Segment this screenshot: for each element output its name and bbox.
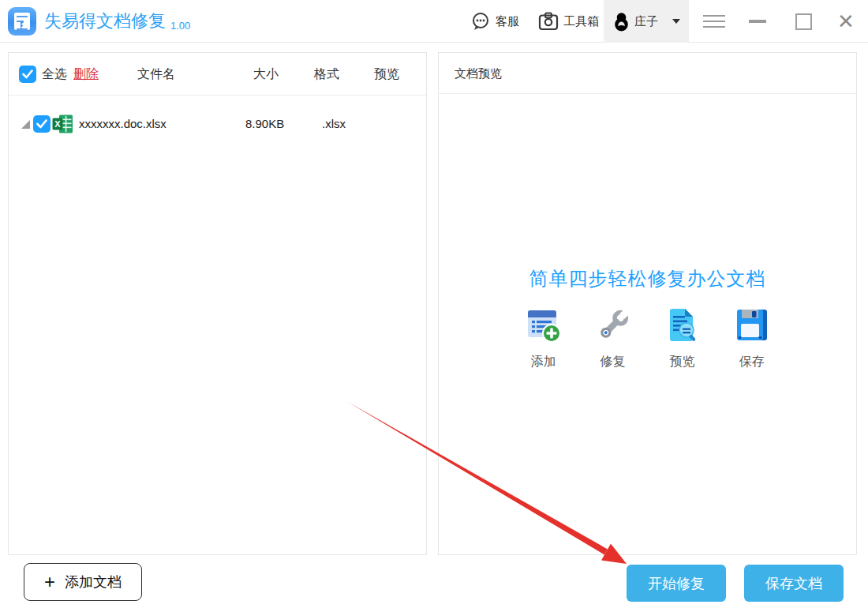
app-brand: 失易得文档修复 1.00 [8,7,190,36]
step-add-label: 添加 [531,354,556,370]
select-all-label[interactable]: 全选 [42,53,67,96]
start-repair-button[interactable]: 开始修复 [627,565,726,602]
file-size: 8.90KB [245,102,284,146]
excel-file-icon: X [52,115,73,133]
file-list-header: 全选 删除 文件名 大小 格式 预览 [9,53,426,96]
document-preview-panel: 文档预览 简单四步轻松修复办公文档 添加 [438,52,857,555]
minimize-button[interactable] [745,0,770,43]
step-preview-label: 预览 [670,354,695,370]
svg-text:X: X [54,119,61,129]
step-add: 添加 [522,307,566,370]
chat-bubble-icon [471,12,491,31]
preview-panel-title: 文档预览 [439,53,856,94]
delete-link[interactable]: 删除 [73,53,99,96]
save-floppy-icon [734,307,770,344]
app-version: 1.00 [170,17,190,36]
add-document-button[interactable]: + 添加文档 [24,563,142,601]
repair-wrench-icon [595,307,631,344]
column-header-size: 大小 [253,53,279,96]
save-document-button[interactable]: 保存文档 [744,565,844,602]
steps-row: 添加 修复 [439,307,856,370]
maximize-button[interactable] [791,0,816,43]
app-logo-icon [8,7,36,36]
close-button[interactable]: ✕ [833,0,859,43]
step-repair: 修复 [591,307,635,370]
toolbox-icon [538,12,559,31]
toolbox-button[interactable]: 工具箱 [538,0,599,43]
row-checkbox[interactable] [33,115,51,133]
column-header-name: 文件名 [137,53,175,96]
chevron-down-icon [672,19,680,24]
customer-service-label: 客服 [496,14,519,29]
step-save: 保存 [730,307,774,370]
user-name: 庄子 [634,14,658,29]
column-header-format: 格式 [314,53,339,96]
plus-icon: + [44,573,55,591]
close-icon: ✕ [837,9,855,34]
check-icon [36,119,47,129]
qq-penguin-icon [613,12,630,32]
toolbox-label: 工具箱 [563,14,599,29]
file-format: .xlsx [322,102,346,146]
check-icon [22,69,33,79]
select-all-checkbox[interactable] [19,66,36,83]
table-row[interactable]: X xxxxxxx.doc.xlsx 8.90KB .xlsx [9,102,426,146]
file-name: xxxxxxx.doc.xlsx [79,102,166,146]
add-document-icon [526,307,562,344]
column-header-preview: 预览 [374,53,399,96]
step-save-label: 保存 [739,354,765,370]
maximize-icon [795,13,812,30]
file-list-panel: 全选 删除 文件名 大小 格式 预览 X xxxxxxx.doc.xlsx 8.… [8,52,427,555]
titlebar: 失易得文档修复 1.00 客服 工具箱 庄子 [0,0,868,43]
preview-placeholder: 简单四步轻松修复办公文档 添加 [439,266,856,370]
slogan-text: 简单四步轻松修复办公文档 [439,266,856,291]
main-menu-button[interactable] [702,0,727,43]
user-account-menu[interactable]: 庄子 [604,0,689,43]
add-document-label: 添加文档 [65,573,122,591]
customer-service-button[interactable]: 客服 [471,0,519,43]
step-preview: 预览 [660,307,705,370]
preview-search-icon [664,307,701,344]
step-repair-label: 修复 [600,354,626,370]
hamburger-icon [703,11,725,32]
tree-expand-icon[interactable] [21,120,30,129]
minimize-icon [749,20,766,23]
app-title: 失易得文档修复 [44,7,166,36]
